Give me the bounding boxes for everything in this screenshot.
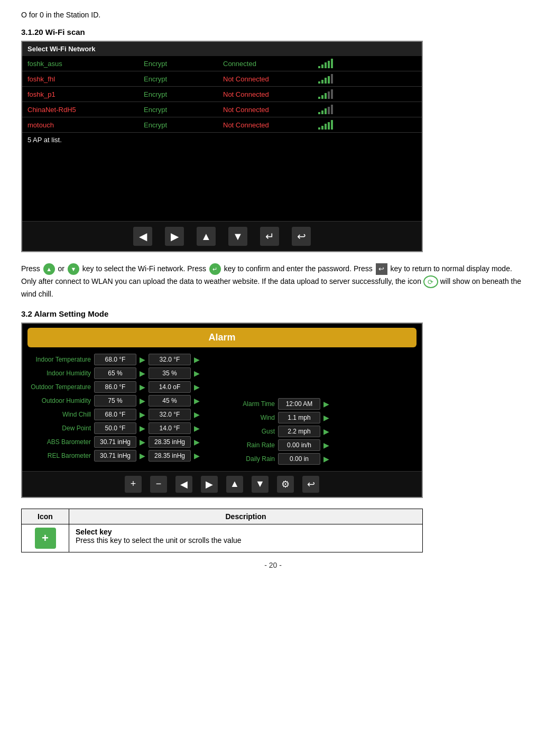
alarm-nav-settings[interactable]: ⚙ bbox=[277, 476, 294, 493]
alarm-col-right: Alarm Time12:00 AM▶Wind1.1 mph▶Gust2.2 m… bbox=[227, 354, 417, 467]
alarm-row-label: Outdoor Humidity bbox=[27, 397, 91, 404]
desc-p2: key to select the Wi-Fi network. Press bbox=[82, 264, 208, 273]
alarm-val2: 28.35 inHg bbox=[149, 436, 191, 448]
alarm-arrow-up[interactable]: ▶ bbox=[140, 410, 145, 419]
alarm-val2: 35 % bbox=[149, 367, 191, 379]
wifi-encrypt: Encrypt bbox=[144, 121, 223, 129]
desc-p3: key to confirm and enter the password. P… bbox=[224, 264, 375, 273]
signal-bars-icon bbox=[318, 59, 333, 68]
alarm-arrow-down[interactable]: ▶ bbox=[194, 383, 200, 391]
alarm-right-label: Wind bbox=[227, 414, 275, 421]
alarm-arrow-up[interactable]: ▶ bbox=[140, 397, 145, 405]
alarm-row-right: Gust2.2 mph▶ bbox=[227, 426, 417, 437]
wifi-status: Not Connected bbox=[223, 106, 318, 114]
alarm-two-col: Indoor Temperature68.0 °F▶32.0 °F▶Indoor… bbox=[27, 354, 417, 467]
wifi-empty-area bbox=[22, 147, 422, 221]
alarm-row-right: Alarm Time12:00 AM▶ bbox=[227, 398, 417, 410]
alarm-right-arrow[interactable]: ▶ bbox=[323, 413, 329, 422]
wifi-nav-up[interactable]: ▲ bbox=[197, 227, 216, 246]
alarm-arrow-up[interactable]: ▶ bbox=[140, 438, 145, 446]
wifi-ap-count: 5 AP at list. bbox=[22, 133, 422, 147]
wifi-nav-back[interactable]: ↩ bbox=[292, 227, 311, 246]
intro-text: O for 0 in the Station ID. bbox=[21, 11, 525, 19]
wifi-ssid: foshk_asus bbox=[27, 60, 144, 68]
wifi-nav-enter[interactable]: ↵ bbox=[260, 227, 279, 246]
alarm-val2: 14.0 oF bbox=[149, 381, 191, 393]
alarm-arrow-up[interactable]: ▶ bbox=[140, 424, 145, 432]
signal-bars-icon bbox=[318, 120, 333, 130]
alarm-nav-up[interactable]: ▲ bbox=[226, 476, 243, 493]
alarm-row-right: Daily Rain0.00 in▶ bbox=[227, 453, 417, 465]
plus-icon: + bbox=[35, 528, 56, 549]
alarm-row-left: Outdoor Humidity75 %▶45 %▶ bbox=[27, 395, 217, 407]
wifi-encrypt: Encrypt bbox=[144, 90, 223, 98]
alarm-arrow-up[interactable]: ▶ bbox=[140, 355, 145, 364]
alarm-row-left: REL Barometer30.71 inHg▶28.35 inHg▶ bbox=[27, 450, 217, 462]
alarm-arrow-down[interactable]: ▶ bbox=[194, 369, 200, 377]
alarm-val1: 50.0 °F bbox=[94, 422, 136, 434]
alarm-row-label: Indoor Humidity bbox=[27, 370, 91, 377]
alarm-right-arrow[interactable]: ▶ bbox=[323, 400, 329, 408]
alarm-right-val: 0.00 in bbox=[278, 453, 320, 465]
alarm-arrow-down[interactable]: ▶ bbox=[194, 424, 200, 432]
wifi-network-row[interactable]: ChinaNet-RdH5EncryptNot Connected bbox=[22, 102, 422, 117]
wifi-nav-right[interactable]: ▶ bbox=[165, 227, 184, 246]
alarm-right-label: Daily Rain bbox=[227, 455, 275, 463]
wifi-screen: Select Wi-Fi Network foshk_asusEncryptCo… bbox=[21, 41, 423, 252]
alarm-val1: 68.0 °F bbox=[94, 409, 136, 420]
alarm-val1: 30.71 inHg bbox=[94, 450, 136, 462]
alarm-val2: 32.0 °F bbox=[149, 354, 191, 365]
wifi-network-list: foshk_asusEncryptConnectedfoshk_fhlEncry… bbox=[22, 56, 422, 133]
alarm-right-arrow[interactable]: ▶ bbox=[323, 455, 329, 463]
alarm-val1: 86.0 °F bbox=[94, 381, 136, 393]
alarm-arrow-down[interactable]: ▶ bbox=[194, 355, 200, 364]
up-icon: ▲ bbox=[43, 263, 55, 275]
wifi-nav-left[interactable]: ◀ bbox=[133, 227, 152, 246]
page-container: O for 0 in the Station ID. 3.1.20 Wi-Fi … bbox=[0, 0, 546, 580]
alarm-nav-down[interactable]: ▼ bbox=[252, 476, 269, 493]
alarm-row-left: Indoor Temperature68.0 °F▶32.0 °F▶ bbox=[27, 354, 217, 365]
desc-name: Select key bbox=[76, 528, 112, 536]
alarm-arrow-up[interactable]: ▶ bbox=[140, 451, 145, 460]
wifi-encrypt: Encrypt bbox=[144, 60, 223, 68]
wifi-nav-down[interactable]: ▼ bbox=[228, 227, 247, 246]
upload-icon: ⟳ bbox=[423, 275, 438, 288]
alarm-right-label: Rain Rate bbox=[227, 441, 275, 449]
alarm-arrow-down[interactable]: ▶ bbox=[194, 451, 200, 460]
icon-table-header-desc: Description bbox=[69, 509, 423, 524]
back-icon: ↩ bbox=[376, 263, 387, 275]
table-row: +Select keyPress this key to select the … bbox=[22, 524, 423, 552]
alarm-val2: 28.35 inHg bbox=[149, 450, 191, 462]
alarm-row-left: Outdoor Temperature86.0 °F▶14.0 oF▶ bbox=[27, 381, 217, 393]
signal-bars-icon bbox=[318, 105, 333, 114]
alarm-row-left: ABS Barometer30.71 inHg▶28.35 inHg▶ bbox=[27, 436, 217, 448]
alarm-row-label: REL Barometer bbox=[27, 452, 91, 459]
alarm-right-arrow[interactable]: ▶ bbox=[323, 427, 329, 436]
wifi-network-row[interactable]: foshk_asusEncryptConnected bbox=[22, 56, 422, 71]
alarm-nav-plus[interactable]: + bbox=[125, 476, 142, 493]
page-number: - 20 - bbox=[21, 561, 525, 569]
alarm-val1: 68.0 °F bbox=[94, 354, 136, 365]
wifi-network-row[interactable]: foshk_fhlEncryptNot Connected bbox=[22, 71, 422, 87]
alarm-nav-left[interactable]: ◀ bbox=[175, 476, 192, 493]
alarm-arrow-up[interactable]: ▶ bbox=[140, 369, 145, 377]
alarm-nav-minus[interactable]: − bbox=[150, 476, 167, 493]
alarm-nav-right[interactable]: ▶ bbox=[201, 476, 218, 493]
wifi-network-row[interactable]: motouchEncryptNot Connected bbox=[22, 117, 422, 133]
alarm-arrow-down[interactable]: ▶ bbox=[194, 410, 200, 419]
alarm-arrow-up[interactable]: ▶ bbox=[140, 383, 145, 391]
alarm-right-val: 2.2 mph bbox=[278, 426, 320, 437]
icon-table-header-icon: Icon bbox=[22, 509, 69, 524]
wifi-section-title: 3.1.20 Wi-Fi scan bbox=[21, 27, 525, 36]
alarm-val1: 65 % bbox=[94, 367, 136, 379]
alarm-arrow-down[interactable]: ▶ bbox=[194, 438, 200, 446]
alarm-right-val: 1.1 mph bbox=[278, 412, 320, 423]
wifi-status: Not Connected bbox=[223, 75, 318, 83]
alarm-right-label: Alarm Time bbox=[227, 400, 275, 408]
alarm-val1: 75 % bbox=[94, 395, 136, 407]
alarm-right-arrow[interactable]: ▶ bbox=[323, 441, 329, 449]
wifi-network-row[interactable]: foshk_p1EncryptNot Connected bbox=[22, 87, 422, 102]
alarm-arrow-down[interactable]: ▶ bbox=[194, 397, 200, 405]
alarm-header: Alarm bbox=[27, 328, 417, 347]
alarm-nav-back[interactable]: ↩ bbox=[302, 476, 319, 493]
